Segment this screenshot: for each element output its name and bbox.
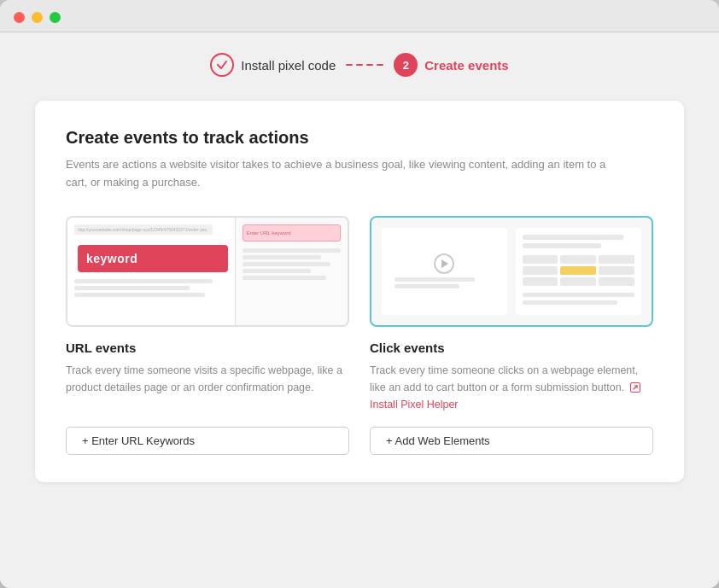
step-2-label: Create events [424, 58, 508, 73]
play-icon-wrap [434, 253, 454, 274]
click-preview-left [382, 228, 507, 315]
key-9 [599, 277, 634, 286]
options-row: http://yourwebsite.com/shop/page-xyz/123… [66, 216, 653, 455]
click-preview-content [371, 218, 652, 325]
url-events-description: Track every time someone visits a specif… [66, 362, 349, 413]
card-description: Events are actions a website visitor tak… [66, 156, 612, 192]
add-web-elements-button[interactable]: + Add Web Elements [370, 427, 653, 455]
app-window: Install pixel code 2 Create events Creat… [0, 0, 719, 588]
key-4 [523, 266, 558, 275]
right-lines [243, 248, 341, 280]
key-5-yellow [560, 266, 596, 275]
minimize-button[interactable] [32, 12, 43, 23]
play-icon [441, 259, 448, 268]
url-input-label: Enter URL keyword [247, 230, 291, 236]
key-7 [523, 277, 558, 286]
url-preview-lines [74, 279, 228, 297]
stepper: Install pixel code 2 Create events [210, 53, 508, 77]
url-bar: http://yourwebsite.com/shop/page-xyz/123… [74, 224, 213, 235]
step-2-circle: 2 [394, 53, 418, 77]
key-3 [599, 255, 634, 264]
card-title: Create events to track actions [66, 128, 653, 148]
click-events-description: Track every time someone clicks on a web… [370, 362, 653, 413]
url-preview-content: http://yourwebsite.com/shop/page-xyz/123… [67, 218, 348, 325]
key-8 [560, 277, 596, 286]
click-events-title: Click events [370, 341, 653, 355]
main-card: Create events to track actions Events ar… [35, 101, 684, 482]
external-link-icon [630, 382, 640, 393]
click-preview-right [516, 228, 641, 315]
url-input-box: Enter URL keyword [243, 224, 341, 242]
step-1-label: Install pixel code [241, 58, 336, 73]
url-events-title: URL events [66, 341, 349, 355]
key-2 [560, 255, 596, 264]
close-button[interactable] [14, 12, 25, 23]
enter-url-keywords-button[interactable]: + Enter URL Keywords [66, 427, 349, 455]
key-1 [523, 255, 558, 264]
click-events-option: Click events Track every time someone cl… [370, 216, 653, 455]
keyword-badge: keyword [78, 245, 228, 272]
install-pixel-helper-link[interactable]: Install Pixel Helper [370, 399, 459, 410]
title-bar [0, 0, 719, 32]
click-preview-box [370, 216, 653, 327]
click-left-lines [395, 277, 494, 288]
window-content: Install pixel code 2 Create events Creat… [0, 32, 719, 588]
url-preview-right: Enter URL keyword [236, 218, 348, 325]
key-6 [599, 266, 634, 275]
url-preview-left: http://yourwebsite.com/shop/page-xyz/123… [67, 218, 236, 325]
keypad [523, 255, 634, 286]
maximize-button[interactable] [50, 12, 61, 23]
step-2: 2 Create events [394, 53, 508, 77]
url-events-option: http://yourwebsite.com/shop/page-xyz/123… [66, 216, 349, 455]
step-1-circle [210, 53, 234, 77]
step-1: Install pixel code [210, 53, 336, 77]
url-preview-box: http://yourwebsite.com/shop/page-xyz/123… [66, 216, 349, 327]
url-bar-text: http://yourwebsite.com/shop/page-xyz/123… [78, 227, 209, 232]
step-divider [346, 64, 383, 66]
